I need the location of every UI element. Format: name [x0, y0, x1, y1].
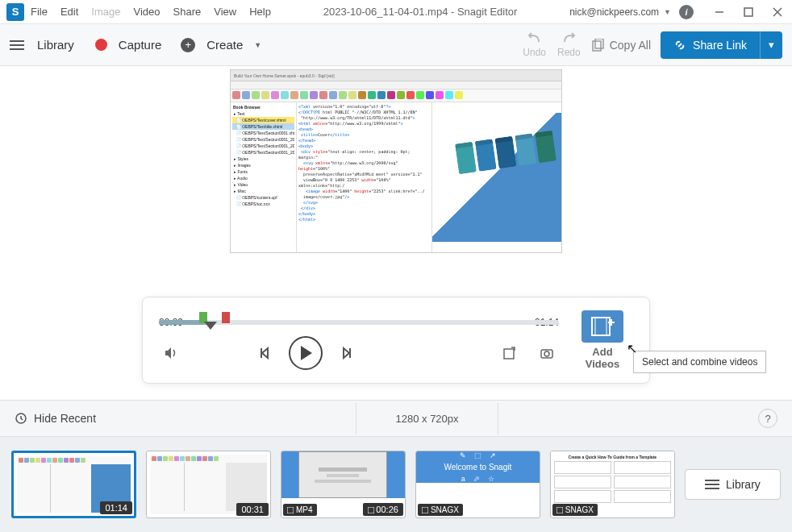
step-forward-button[interactable]: [334, 341, 358, 365]
create-plus-icon[interactable]: +: [181, 38, 195, 52]
recent-thumb-2[interactable]: 00:31: [146, 451, 271, 518]
thumb-type: SNAGX: [418, 504, 463, 516]
capture-record-icon[interactable]: [95, 39, 107, 51]
svg-rect-4: [593, 41, 601, 51]
capture-button[interactable]: Capture: [119, 38, 161, 52]
playhead[interactable]: [204, 322, 217, 330]
svg-point-10: [544, 351, 549, 356]
camera-icon: [540, 346, 554, 360]
step-back-button[interactable]: [253, 341, 277, 365]
video-preview-frame: Build Your Own Home Server.epub - epub3.…: [230, 69, 562, 253]
menu-image: Image: [91, 6, 120, 18]
hamburger-icon[interactable]: [10, 40, 24, 50]
recent-thumb-4[interactable]: ✎⬚↗ Welcome to Snagit a⬀☆ SNAGX: [415, 451, 540, 518]
menu-file[interactable]: File: [31, 6, 48, 18]
recent-thumb-1[interactable]: 01:14: [11, 451, 136, 518]
share-dropdown-button[interactable]: ▾: [760, 31, 782, 59]
add-videos-button[interactable]: Add Videos: [572, 310, 633, 370]
status-bar: Hide Recent 1280 x 720px ?: [0, 400, 792, 437]
copy-all-button[interactable]: Copy All: [592, 39, 651, 52]
dimensions-label: 1280 x 720px: [356, 403, 498, 434]
video-player: 00:09 01:14: [142, 297, 650, 384]
svg-rect-20: [556, 507, 563, 513]
thumb-duration: 00:26: [363, 503, 403, 516]
step-forward-icon: [338, 345, 354, 361]
speaker-icon: [163, 345, 179, 361]
redo-icon: [560, 32, 577, 45]
screenshot-button[interactable]: [535, 341, 559, 365]
tray-library-button[interactable]: Library: [685, 469, 781, 500]
timeline-track[interactable]: [159, 314, 559, 315]
recent-tray: 01:14 00:31 MP4 00:26 ✎⬚↗ Welcome to Sna…: [0, 437, 792, 532]
thumb-duration: 01:14: [100, 501, 132, 514]
main-toolbar: Library Capture + Create ▼ Undo Redo Cop…: [0, 24, 792, 66]
menu-edit[interactable]: Edit: [60, 6, 78, 18]
create-dropdown-icon[interactable]: ▼: [254, 41, 261, 49]
tooltip: Select and combine videos: [633, 351, 766, 373]
copy-icon: [592, 39, 605, 52]
thumb-type: MP4: [283, 504, 317, 516]
play-icon: [301, 346, 312, 360]
create-button[interactable]: Create: [206, 38, 243, 52]
recent-thumb-3[interactable]: MP4 00:26: [281, 451, 406, 518]
menu-view[interactable]: View: [214, 6, 236, 18]
redo-button: Redo: [557, 32, 581, 58]
svg-rect-17: [287, 507, 294, 513]
title-bar: S File Edit Image Video Share View Help …: [0, 0, 792, 24]
minimize-button[interactable]: [705, 0, 734, 24]
canvas-area: Build Your Own Home Server.epub - epub3.…: [0, 66, 792, 400]
help-button[interactable]: ?: [758, 409, 777, 428]
svg-rect-11: [592, 318, 610, 335]
menu-help[interactable]: Help: [249, 6, 271, 18]
export-frame-button[interactable]: [498, 341, 522, 365]
recent-thumb-5[interactable]: Create a Quick How-To Guide from a Templ…: [550, 451, 675, 518]
play-button[interactable]: [289, 336, 323, 370]
user-dropdown-icon[interactable]: ▼: [664, 8, 671, 16]
share-link-button[interactable]: Share Link: [661, 31, 760, 59]
close-button[interactable]: [763, 0, 792, 24]
user-email[interactable]: nick@nickpeers.com: [569, 6, 659, 18]
library-button[interactable]: Library: [37, 38, 74, 52]
volume-button[interactable]: [159, 341, 183, 365]
menu-bar: File Edit Image Video Share View Help: [31, 6, 271, 18]
thumb-duration: 00:31: [236, 503, 269, 516]
svg-rect-18: [368, 507, 374, 513]
hide-recent-button[interactable]: Hide Recent: [15, 412, 96, 425]
undo-button: Undo: [523, 32, 546, 58]
add-videos-icon: [590, 316, 615, 337]
menu-video[interactable]: Video: [134, 6, 160, 18]
svg-rect-5: [595, 39, 603, 48]
info-icon[interactable]: i: [679, 5, 694, 19]
app-logo: S: [6, 3, 24, 21]
link-icon: [673, 39, 686, 52]
step-back-icon: [257, 345, 273, 361]
svg-rect-19: [422, 507, 428, 513]
undo-icon: [526, 32, 544, 45]
svg-rect-8: [504, 349, 514, 359]
trim-end-marker[interactable]: [222, 312, 230, 323]
clock-icon: [15, 412, 27, 425]
menu-share[interactable]: Share: [173, 6, 202, 18]
export-icon: [502, 346, 517, 360]
svg-rect-1: [744, 8, 752, 16]
mouse-cursor: ↖: [627, 341, 637, 356]
window-title: 2023-10-06_11-04-01.mp4 - Snagit Editor: [271, 6, 569, 18]
thumb-type: SNAGX: [552, 504, 598, 516]
maximize-button[interactable]: [734, 0, 763, 24]
